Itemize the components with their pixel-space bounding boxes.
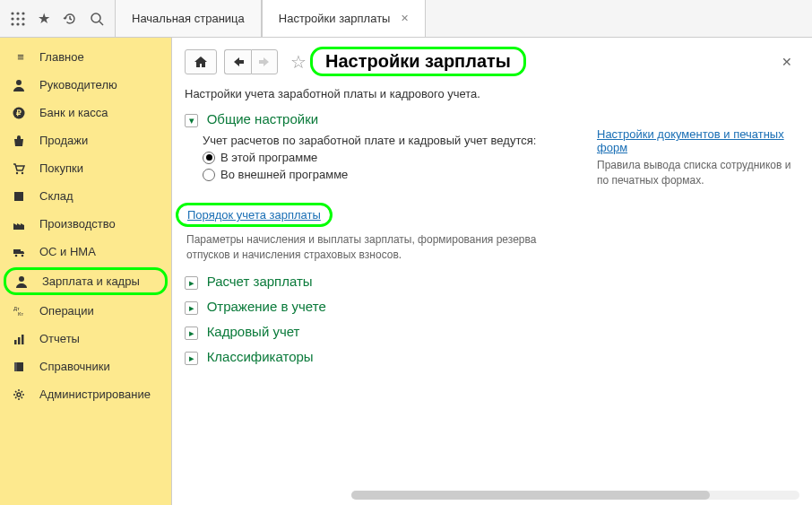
expand-toggle[interactable]: ▸ [185,301,198,315]
truck-icon [13,246,29,258]
expand-toggle[interactable]: ▸ [185,327,198,340]
svg-point-15 [22,171,23,173]
scrollbar-thumb[interactable] [351,491,710,500]
radio-this-program[interactable]: В этой программе [203,151,561,164]
section-general-title[interactable]: Общие настройки [207,111,319,126]
svg-point-7 [16,22,19,25]
svg-point-5 [22,17,24,20]
star-icon[interactable]: ★ [38,10,50,27]
page-subtitle: Настройки учета заработной платы и кадро… [185,87,799,100]
expand-toggle[interactable]: ▸ [185,352,198,365]
sidebar-item-label: Склад [39,189,73,203]
expand-toggle[interactable]: ▸ [185,276,198,290]
salary-order-link[interactable]: Порядок учета зарплаты [187,208,321,222]
home-button[interactable] [185,49,217,74]
cart-icon [13,162,29,175]
svg-rect-28 [14,362,17,371]
bag-icon [13,135,29,147]
chart-icon [13,333,29,345]
close-page-button[interactable]: ✕ [774,51,799,73]
radio-label: В этой программе [220,151,317,164]
svg-rect-26 [22,335,24,344]
svg-point-8 [22,22,24,25]
back-button[interactable] [224,49,251,74]
gear-icon [13,388,29,401]
radio-icon [203,169,215,181]
sidebar-item-admin[interactable]: Администрирование [0,380,171,408]
factory-icon [13,218,29,231]
sidebar-item-label: ОС и НМА [39,245,96,258]
svg-point-0 [11,12,13,14]
sidebar-item-manager[interactable]: Руководителю [0,71,171,99]
section-reflect-title[interactable]: Отражение в учете [207,299,326,314]
sidebar-item-operations[interactable]: ДтКт Операции [0,297,171,325]
section-classif-title[interactable]: Классификаторы [207,349,314,364]
person-icon [13,79,29,91]
svg-rect-25 [18,337,21,344]
sidebar-item-assets[interactable]: ОС и НМА [0,238,171,266]
sidebar-item-purchases[interactable]: Покупки [0,154,171,182]
svg-point-6 [11,22,13,25]
sidebar-item-label: Администрирование [39,387,151,401]
sidebar-item-label: Руководителю [39,78,117,91]
person-icon [15,275,31,288]
svg-point-9 [91,13,100,22]
svg-point-29 [17,393,21,396]
page-title: Настройки зарплаты [310,47,526,76]
tab-salary-settings[interactable]: Настройки зарплаты ✕ [262,0,427,37]
tab-label: Начальная страница [132,12,245,25]
svg-point-19 [15,254,18,257]
sidebar-item-label: Производство [39,217,116,231]
sidebar-item-label: Отчеты [39,332,80,345]
sidebar-item-references[interactable]: Справочники [0,353,171,380]
horizontal-scrollbar[interactable] [351,491,799,500]
favorite-icon[interactable]: ☆ [290,51,307,73]
sidebar-item-label: Покупки [39,161,83,175]
general-intro: Учет расчетов по заработной плате и кадр… [203,134,561,147]
sidebar-item-main[interactable]: ≡ Главное [0,43,171,71]
operations-icon: ДтКт [13,305,29,318]
close-icon[interactable]: ✕ [401,13,409,24]
section-hr-title[interactable]: Кадровый учет [207,324,300,339]
sidebar-item-label: Зарплата и кадры [42,274,140,288]
book-icon [13,361,29,373]
sidebar-item-bank[interactable]: ₽ Банк и касса [0,99,171,126]
svg-line-10 [99,22,103,25]
doc-settings-link[interactable]: Настройки документов и печатных форм [597,127,784,154]
search-icon[interactable] [90,12,104,26]
svg-rect-17 [14,192,23,194]
salary-order-desc: Параметры начисления и выплаты зарплаты,… [186,232,561,263]
radio-external-program[interactable]: Во внешней программе [203,168,561,181]
radio-label: Во внешней программе [220,168,348,181]
apps-icon[interactable] [11,12,25,26]
section-calc-title[interactable]: Расчет зарплаты [207,274,313,289]
sidebar-item-label: Справочники [39,360,110,373]
sidebar-item-label: Продажи [39,134,88,147]
sidebar-item-label: Главное [39,50,84,64]
sidebar-item-warehouse[interactable]: Склад [0,182,171,210]
history-icon[interactable] [63,12,77,26]
radio-icon [203,152,215,164]
svg-point-20 [22,254,24,257]
svg-text:₽: ₽ [16,109,22,118]
sidebar-item-reports[interactable]: Отчеты [0,325,171,353]
tab-home[interactable]: Начальная страница [115,0,262,37]
menu-icon: ≡ [13,50,29,64]
expand-toggle[interactable]: ▾ [185,114,198,127]
doc-settings-desc: Правила вывода списка сотрудников и по п… [597,158,799,188]
forward-button[interactable] [251,49,278,74]
sidebar-item-label: Банк и касса [39,106,108,119]
ruble-icon: ₽ [13,107,29,119]
svg-point-3 [11,17,13,20]
svg-rect-18 [13,249,21,254]
svg-rect-16 [14,194,23,201]
sidebar-item-salary-hr[interactable]: Зарплата и кадры [4,267,168,295]
sidebar-item-sales[interactable]: Продажи [0,126,171,154]
svg-point-1 [16,12,19,14]
svg-point-4 [16,17,19,20]
sidebar-item-production[interactable]: Производство [0,210,171,238]
svg-point-14 [16,171,18,173]
svg-point-21 [19,276,24,282]
svg-text:Кт: Кт [18,311,23,317]
box-icon [13,190,29,203]
